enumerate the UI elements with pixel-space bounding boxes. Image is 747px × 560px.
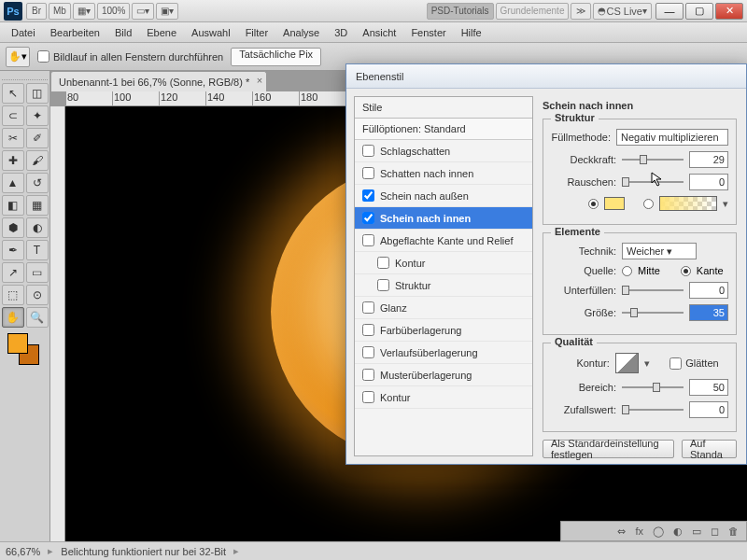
link-icon[interactable]: ⇔ bbox=[617, 525, 626, 538]
mask-icon[interactable]: ◯ bbox=[653, 525, 664, 538]
palette-grip[interactable] bbox=[2, 73, 48, 80]
cslive-button[interactable]: ◓ CS Live ▾ bbox=[593, 3, 652, 20]
arrange-button[interactable]: ▭▾ bbox=[132, 3, 154, 20]
eyedropper-tool[interactable]: ✐ bbox=[26, 128, 49, 148]
color-swatches[interactable] bbox=[2, 333, 48, 371]
styles-header[interactable]: Stile bbox=[355, 97, 532, 119]
new-layer-icon[interactable]: ◻ bbox=[711, 525, 719, 538]
dialog-title[interactable]: Ebenenstil bbox=[346, 64, 746, 89]
path-tool[interactable]: ↗ bbox=[2, 262, 24, 283]
window-maximize[interactable]: ▢ bbox=[685, 3, 713, 20]
pattern-overlay-row[interactable]: Musterüberlagerung bbox=[355, 364, 532, 386]
chevron-down-icon[interactable]: ▾ bbox=[723, 198, 728, 210]
size-slider[interactable] bbox=[622, 306, 684, 319]
stamp-tool[interactable]: ▲ bbox=[2, 173, 24, 193]
stroke-row[interactable]: Kontur bbox=[355, 386, 532, 409]
antialias-checkbox[interactable]: Glätten bbox=[669, 357, 728, 370]
window-close[interactable]: ✕ bbox=[715, 3, 743, 20]
opacity-value[interactable]: 29 bbox=[689, 151, 728, 168]
lasso-tool[interactable]: ⊂ bbox=[2, 105, 24, 126]
3dcamera-tool[interactable]: ⊙ bbox=[26, 285, 49, 305]
glow-gradient[interactable] bbox=[659, 196, 717, 211]
trash-icon[interactable]: 🗑 bbox=[728, 525, 739, 537]
technique-select[interactable]: Weicher ▾ bbox=[622, 243, 697, 259]
scroll-all-checkbox[interactable]: Bildlauf in allen Fenstern durchführen bbox=[37, 50, 223, 63]
heal-tool[interactable]: ✚ bbox=[2, 150, 24, 171]
shape-tool[interactable]: ▭ bbox=[26, 262, 49, 283]
range-slider[interactable] bbox=[622, 381, 684, 394]
drop-shadow-row[interactable]: Schlagschatten bbox=[355, 140, 532, 162]
menu-3d[interactable]: 3D bbox=[329, 25, 353, 40]
menu-auswahl[interactable]: Auswahl bbox=[186, 25, 236, 40]
fill-options-row[interactable]: Füllöptionen: Standard bbox=[355, 119, 532, 140]
3d-tool[interactable]: ⬚ bbox=[2, 285, 24, 305]
zoom-tool[interactable]: 🔍 bbox=[26, 307, 49, 328]
move-tool[interactable]: ↖ bbox=[2, 83, 24, 104]
choke-value[interactable]: 0 bbox=[689, 282, 728, 299]
outer-glow-row[interactable]: Schein nach außen bbox=[355, 185, 532, 207]
jitter-slider[interactable] bbox=[622, 403, 684, 416]
gradient-tool[interactable]: ▦ bbox=[26, 195, 49, 216]
menu-filter[interactable]: Filter bbox=[240, 25, 274, 40]
chevron-down-icon[interactable]: ▾ bbox=[644, 357, 650, 370]
menu-analyse[interactable]: Analyse bbox=[277, 25, 325, 40]
menu-bearbeiten[interactable]: Bearbeiten bbox=[45, 25, 106, 40]
window-minimize[interactable]: — bbox=[655, 3, 684, 20]
document-tab[interactable]: Unbenannt-1 bei 66,7% (Sonne, RGB/8) * × bbox=[50, 71, 267, 91]
make-default-button[interactable]: Als Standardeinstellung festlegen bbox=[543, 440, 674, 458]
crop-tool[interactable]: ✂ bbox=[2, 128, 24, 148]
fx-icon[interactable]: fx bbox=[635, 525, 643, 537]
gradient-radio[interactable] bbox=[643, 199, 654, 209]
blur-tool[interactable]: ⬢ bbox=[2, 217, 24, 238]
source-center-radio[interactable] bbox=[622, 266, 632, 276]
opacity-slider[interactable] bbox=[622, 153, 684, 166]
bridge-button[interactable]: Br bbox=[26, 3, 47, 20]
glow-color-chip[interactable] bbox=[604, 197, 625, 210]
adjustment-icon[interactable]: ◐ bbox=[673, 525, 683, 538]
minibridge-button[interactable]: Mb bbox=[49, 3, 71, 20]
bevel-row[interactable]: Abgeflachte Kante und Relief bbox=[355, 230, 532, 252]
menu-ebene[interactable]: Ebene bbox=[141, 25, 182, 40]
quickselect-tool[interactable]: ✦ bbox=[26, 105, 49, 126]
contour-picker[interactable] bbox=[615, 353, 639, 373]
menu-fenster[interactable]: Fenster bbox=[405, 25, 451, 40]
marquee-tool[interactable]: ◫ bbox=[26, 83, 49, 104]
actual-pixels-button[interactable]: Tatsächliche Pix bbox=[231, 48, 321, 66]
dodge-tool[interactable]: ◐ bbox=[26, 217, 49, 238]
range-value[interactable]: 50 bbox=[689, 379, 728, 396]
choke-slider[interactable] bbox=[622, 284, 684, 297]
view-extras-button[interactable]: ▦▾ bbox=[73, 3, 95, 20]
close-icon[interactable]: × bbox=[257, 75, 262, 86]
menu-ansicht[interactable]: Ansicht bbox=[357, 25, 402, 40]
size-value[interactable]: 35 bbox=[689, 304, 728, 321]
workspace-psdtutorials[interactable]: PSD-Tutorials bbox=[427, 3, 494, 20]
menu-bild[interactable]: Bild bbox=[109, 25, 137, 40]
status-zoom[interactable]: 66,67% bbox=[6, 546, 40, 557]
menu-hilfe[interactable]: Hilfe bbox=[456, 25, 487, 40]
noise-value[interactable]: 0 bbox=[689, 174, 728, 190]
brush-tool[interactable]: 🖌 bbox=[26, 150, 49, 171]
noise-slider[interactable] bbox=[622, 175, 684, 189]
foreground-swatch[interactable] bbox=[7, 333, 28, 354]
screenmode-button[interactable]: ▣▾ bbox=[156, 3, 178, 20]
color-overlay-row[interactable]: Farbüberlagerung bbox=[355, 319, 532, 342]
type-tool[interactable]: T bbox=[26, 240, 49, 260]
bevel-contour-row[interactable]: Kontur bbox=[355, 252, 532, 274]
source-edge-radio[interactable] bbox=[681, 266, 691, 276]
jitter-value[interactable]: 0 bbox=[689, 401, 728, 418]
hand-tool[interactable]: ✋ bbox=[2, 307, 24, 328]
inner-glow-row[interactable]: Schein nach innen bbox=[355, 207, 532, 230]
blendmode-select[interactable]: Negativ multiplizieren bbox=[616, 129, 728, 146]
gradient-overlay-row[interactable]: Verlaufsüberlagerung bbox=[355, 342, 532, 364]
workspace-more[interactable]: ≫ bbox=[571, 3, 591, 20]
reset-default-button[interactable]: Auf Standa bbox=[682, 440, 737, 458]
folder-icon[interactable]: ▭ bbox=[692, 525, 701, 538]
satin-row[interactable]: Glanz bbox=[355, 297, 532, 319]
bevel-texture-row[interactable]: Struktur bbox=[355, 274, 532, 297]
pen-tool[interactable]: ✒ bbox=[2, 240, 24, 260]
color-radio[interactable] bbox=[588, 199, 599, 209]
workspace-grundelemente[interactable]: Grundelemente bbox=[496, 3, 570, 20]
hand-tool-preset[interactable]: ✋▾ bbox=[6, 47, 30, 67]
history-brush-tool[interactable]: ↺ bbox=[26, 173, 49, 193]
menu-datei[interactable]: Datei bbox=[6, 25, 41, 40]
